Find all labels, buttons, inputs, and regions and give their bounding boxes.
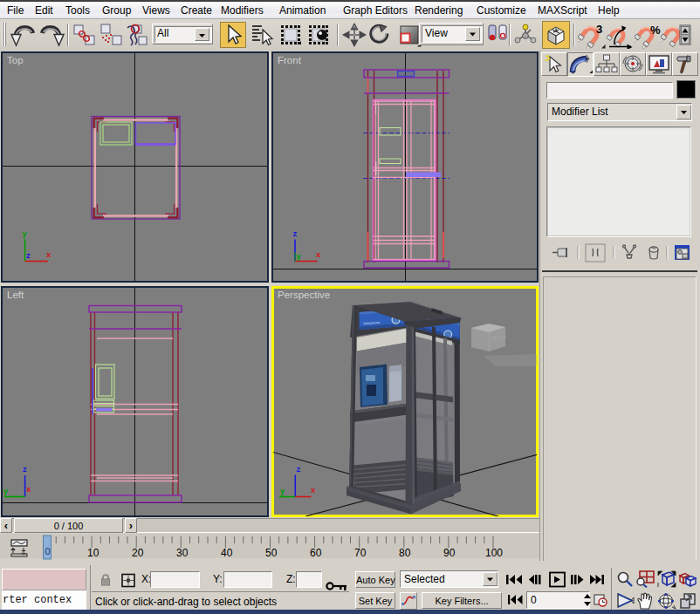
svg-text:y: y: [297, 251, 302, 261]
svg-text:90: 90: [443, 547, 456, 559]
svg-text:70: 70: [354, 547, 367, 559]
svg-text:z: z: [297, 464, 301, 474]
svg-text:y: y: [280, 486, 285, 495]
svg-text:y: y: [3, 486, 9, 495]
svg-text:20: 20: [132, 547, 144, 559]
svg-text:%: %: [650, 24, 661, 37]
svg-text:80: 80: [399, 547, 411, 559]
svg-text:30: 30: [176, 547, 189, 559]
svg-text:50: 50: [265, 547, 278, 559]
svg-text:z: z: [26, 250, 31, 260]
svg-text:z: z: [293, 229, 298, 238]
svg-text:x: x: [46, 249, 51, 259]
svg-text:LIST: LIST: [475, 336, 484, 341]
svg-text:x: x: [311, 485, 316, 495]
svg-text:FRONT: FRONT: [491, 335, 506, 340]
svg-text:x: x: [26, 484, 31, 494]
svg-text:z: z: [23, 464, 27, 474]
svg-text:3: 3: [596, 23, 602, 36]
svg-text:40: 40: [221, 547, 233, 559]
svg-text:0: 0: [45, 546, 51, 556]
svg-text:x: x: [316, 249, 321, 259]
svg-text:100: 100: [485, 547, 503, 559]
svg-text:y: y: [23, 229, 28, 238]
svg-text:10: 10: [87, 547, 100, 559]
svg-text:60: 60: [310, 547, 322, 559]
